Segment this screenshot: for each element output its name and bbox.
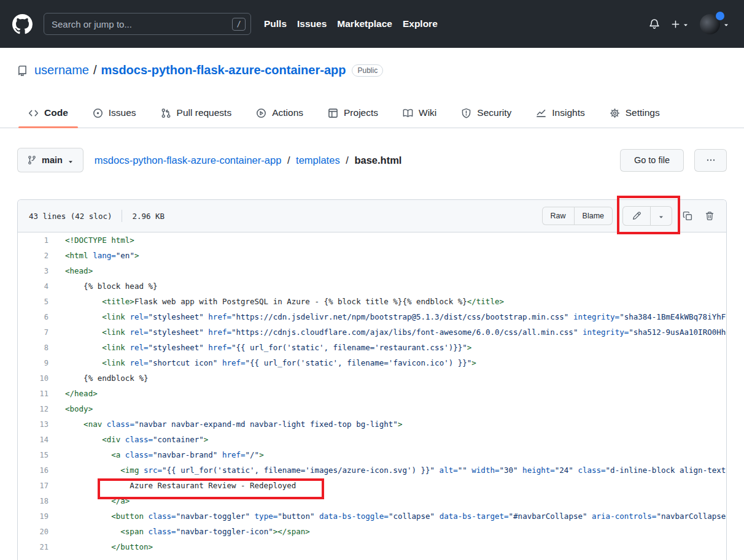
search-placeholder: Search or jump to... <box>52 19 232 29</box>
breadcrumb-repo-link[interactable]: msdocs-python-flask-azure-container-app <box>95 155 281 166</box>
blame-button[interactable]: Blame <box>574 207 613 225</box>
code-line-content: <link rel="stylesheet" href="https://cdn… <box>65 309 726 324</box>
tab-label: Issues <box>109 107 136 118</box>
code-line-10: 10 {% endblock %} <box>18 370 726 386</box>
edit-file-button[interactable] <box>622 206 651 226</box>
code-line-14: 14 <div class="container"> <box>18 432 726 447</box>
user-menu-button[interactable] <box>700 14 729 34</box>
code-line-16: 16 <img src="{{ url_for('static', filena… <box>18 462 726 478</box>
edit-dropdown-button[interactable] <box>650 206 672 226</box>
breadcrumb-current-file: base.html <box>354 155 401 166</box>
code-line-content: {% endblock %} <box>65 370 148 386</box>
line-number[interactable]: 17 <box>18 481 48 490</box>
more-options-button[interactable] <box>694 149 727 172</box>
notifications-button[interactable] <box>649 18 660 29</box>
line-number[interactable]: 18 <box>18 497 48 505</box>
tab-label: Insights <box>552 107 584 118</box>
line-number[interactable]: 21 <box>18 543 48 551</box>
file-toolbar: main msdocs-python-flask-azure-container… <box>17 148 727 172</box>
code-line-11: 11</head> <box>18 386 726 401</box>
code-line-15: 15 <a class="navbar-brand" href="/"> <box>18 447 726 462</box>
copy-icon <box>683 211 692 221</box>
tab-label: Pull requests <box>177 107 232 118</box>
line-number[interactable]: 8 <box>18 343 48 352</box>
tab-issues[interactable]: Issues <box>83 98 146 128</box>
edit-button-group <box>622 206 672 226</box>
code-line-4: 4 {% block head %} <box>18 278 726 294</box>
search-input[interactable]: Search or jump to... / <box>44 13 251 35</box>
search-shortcut-key: / <box>232 18 246 31</box>
copy-file-button[interactable] <box>680 208 696 224</box>
repo-name-link[interactable]: msdocs-python-flask-azure-container-app <box>101 63 346 77</box>
settings-icon <box>610 108 620 118</box>
github-logo-icon[interactable] <box>12 14 33 34</box>
tab-insights[interactable]: Insights <box>526 98 594 128</box>
github-header: Search or jump to... / PullsIssuesMarket… <box>0 0 744 48</box>
code-line-17: 17 Azure Restaurant Review - Redeployed <box>18 478 726 493</box>
raw-button[interactable]: Raw <box>542 207 575 225</box>
tab-settings[interactable]: Settings <box>600 98 670 128</box>
line-number[interactable]: 1 <box>18 236 48 245</box>
breadcrumb-separator: / <box>343 155 352 166</box>
line-number[interactable]: 14 <box>18 435 48 444</box>
line-number[interactable]: 19 <box>18 512 48 521</box>
line-number[interactable]: 7 <box>18 328 48 337</box>
branch-selector[interactable]: main <box>17 148 83 172</box>
line-number[interactable]: 9 <box>18 359 48 367</box>
issue-icon <box>93 108 103 118</box>
header-nav-marketplace[interactable]: Marketplace <box>337 18 392 29</box>
header-nav-issues[interactable]: Issues <box>297 18 327 29</box>
code-line-content: <div class="container"> <box>65 432 208 447</box>
code-line-12: 12<body> <box>18 401 726 416</box>
tab-code[interactable]: Code <box>18 98 78 128</box>
code-line-content: <nav class="navbar navbar-expand-md navb… <box>65 416 402 432</box>
code-line-content: </a> <box>65 493 130 508</box>
delete-file-button[interactable] <box>702 208 718 224</box>
line-number[interactable]: 10 <box>18 374 48 383</box>
code-line-content: </button> <box>65 539 153 554</box>
code-line-content: <a class="navbar-brand" href="/"> <box>65 447 264 462</box>
line-number[interactable]: 16 <box>18 466 48 475</box>
caret-down-icon <box>68 157 74 163</box>
go-to-file-button[interactable]: Go to file <box>620 149 684 172</box>
tab-label: Wiki <box>419 107 436 118</box>
code-line-content: <button class="navbar-toggler" type="but… <box>65 508 726 524</box>
line-number[interactable]: 11 <box>18 389 48 398</box>
actions-icon <box>256 108 266 118</box>
code-line-3: 3<head> <box>18 263 726 278</box>
line-number[interactable]: 12 <box>18 405 48 413</box>
repo-owner-link[interactable]: username <box>34 63 89 77</box>
projects-icon <box>328 108 338 118</box>
create-new-button[interactable] <box>671 20 689 29</box>
tab-wiki[interactable]: Wiki <box>393 98 446 128</box>
insights-icon <box>536 108 546 118</box>
plus-icon <box>671 20 680 29</box>
header-right <box>649 14 729 34</box>
pencil-icon <box>632 211 641 221</box>
file-viewer: 43 lines (42 sloc) 2.96 KB Raw Blame <box>17 199 727 560</box>
security-icon <box>461 108 471 118</box>
line-number[interactable]: 20 <box>18 527 48 536</box>
line-number[interactable]: 13 <box>18 420 48 429</box>
line-number[interactable]: 3 <box>18 267 48 275</box>
tab-security[interactable]: Security <box>451 98 521 128</box>
code-line-5: 5 <title>Flask web app with PostgreSQL i… <box>18 294 726 309</box>
meta-divider <box>122 210 122 222</box>
tab-projects[interactable]: Projects <box>318 98 388 128</box>
line-number[interactable]: 2 <box>18 251 48 260</box>
line-number[interactable]: 4 <box>18 282 48 291</box>
line-number[interactable]: 5 <box>18 297 48 306</box>
file-actions: Raw Blame <box>542 206 718 226</box>
code-line-content: <link rel="shortcut icon" href="{{ url_f… <box>65 355 476 370</box>
bell-icon <box>649 18 660 29</box>
tab-pull-requests[interactable]: Pull requests <box>151 98 242 128</box>
header-nav-explore[interactable]: Explore <box>403 18 438 29</box>
header-nav-pulls[interactable]: Pulls <box>264 18 287 29</box>
code-line-19: 19 <button class="navbar-toggler" type="… <box>18 508 726 524</box>
line-number[interactable]: 6 <box>18 313 48 321</box>
line-number[interactable]: 15 <box>18 451 48 459</box>
code-line-content: <title>Flask web app with PostgreSQL in … <box>65 294 504 309</box>
breadcrumb-dir-link[interactable]: templates <box>296 155 340 166</box>
tab-actions[interactable]: Actions <box>246 98 313 128</box>
tab-label: Settings <box>626 107 660 118</box>
